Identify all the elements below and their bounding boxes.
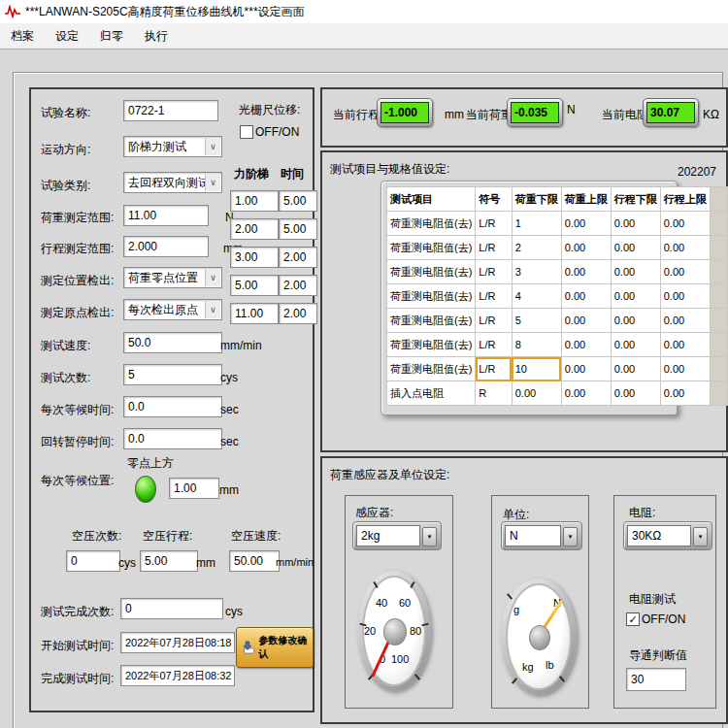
- table-cell[interactable]: R: [476, 381, 512, 406]
- table-cell[interactable]: L/R: [476, 284, 512, 309]
- chevron-down-icon[interactable]: [205, 174, 220, 191]
- table-cell[interactable]: 0.00: [611, 357, 660, 381]
- table-cell[interactable]: 0.00: [660, 309, 710, 333]
- resistance-select[interactable]: 30KΩ: [623, 521, 712, 550]
- table-cell[interactable]: 0.00: [611, 333, 660, 357]
- menu-file[interactable]: 档案: [0, 24, 45, 49]
- table-cell[interactable]: 荷重测电阻值(去): [387, 284, 476, 309]
- position-detect-select[interactable]: 荷重零点位置: [123, 267, 222, 288]
- menu-run[interactable]: 执行: [134, 24, 179, 49]
- done-count-input[interactable]: 0: [120, 598, 223, 619]
- test-count-unit: cys: [220, 371, 238, 384]
- table-cell[interactable]: 3: [512, 260, 561, 284]
- air-speed-input[interactable]: 50.00: [229, 550, 280, 572]
- motion-direction-select[interactable]: 阶梯力测试: [123, 136, 222, 157]
- table-cell[interactable]: 0.00: [611, 309, 660, 333]
- table-cell[interactable]: L/R: [476, 357, 512, 381]
- table-cell[interactable]: 4: [512, 284, 561, 309]
- table-cell[interactable]: L/R: [476, 260, 512, 284]
- table-cell[interactable]: 0.00: [660, 212, 710, 236]
- grating-checkbox[interactable]: [240, 125, 253, 139]
- current-stroke-label: 当前行程:: [333, 108, 382, 121]
- unit-select[interactable]: N: [501, 521, 582, 550]
- table-cell[interactable]: L/R: [476, 309, 512, 333]
- table-cell[interactable]: 0.00: [512, 381, 561, 406]
- test-name-input[interactable]: 0722-1: [123, 100, 218, 121]
- finish-time-input[interactable]: 2022年07月28日08:32: [120, 665, 235, 686]
- chevron-down-icon[interactable]: [693, 527, 708, 546]
- time-step-cell[interactable]: 2.00: [279, 247, 317, 268]
- col-header-symbol: 符号: [476, 187, 512, 212]
- table-cell[interactable]: 0.00: [561, 284, 611, 309]
- time-step-cell[interactable]: 5.00: [279, 190, 317, 212]
- table-cell[interactable]: L/R: [476, 236, 512, 260]
- confirm-params-button[interactable]: 参数修改确认: [236, 627, 314, 668]
- menu-settings[interactable]: 设定: [45, 24, 89, 49]
- table-row: 荷重测电阻值(去) L/R 8 0.00 0.00 0.00: [387, 333, 728, 357]
- menu-zero[interactable]: 归零: [89, 24, 134, 49]
- table-cell[interactable]: 0.00: [660, 284, 710, 309]
- chevron-down-icon[interactable]: [205, 138, 220, 155]
- resistance-test-checkbox[interactable]: [626, 612, 640, 626]
- table-cell[interactable]: 0.00: [660, 381, 710, 406]
- chevron-down-icon[interactable]: [422, 527, 437, 546]
- table-cell[interactable]: 0.00: [611, 260, 660, 284]
- chevron-down-icon[interactable]: [205, 269, 220, 286]
- sensor-select[interactable]: 2kg: [352, 521, 442, 550]
- start-time-input[interactable]: 2022年07月28日08:18: [120, 632, 235, 653]
- table-cell[interactable]: 荷重测电阻值(去): [387, 212, 476, 236]
- load-range-input[interactable]: 11.00: [123, 205, 209, 226]
- table-cell[interactable]: 荷重测电阻值(去): [387, 357, 476, 381]
- table-cell[interactable]: 0.00: [561, 236, 611, 260]
- table-cell[interactable]: 荷重测电阻值(去): [387, 260, 476, 284]
- table-cell[interactable]: L/R: [476, 333, 512, 357]
- chevron-down-icon[interactable]: [205, 301, 220, 318]
- wait-position-input[interactable]: 1.00: [169, 478, 219, 499]
- test-count-input[interactable]: 5: [123, 364, 222, 385]
- force-step-cell[interactable]: 2.00: [230, 218, 279, 240]
- wait-time-input[interactable]: 0.0: [123, 396, 222, 417]
- table-cell[interactable]: 0.00: [611, 284, 660, 309]
- table-cell[interactable]: 0.00: [561, 212, 611, 236]
- table-cell[interactable]: 0.00: [660, 333, 710, 357]
- table-cell[interactable]: 2: [512, 236, 561, 260]
- table-cell[interactable]: 8: [512, 333, 561, 357]
- table-cell[interactable]: 荷重测电阻值(去): [387, 236, 476, 260]
- table-cell[interactable]: L/R: [476, 212, 512, 236]
- table-cell[interactable]: 插入点电阻: [387, 381, 476, 406]
- time-step-cell[interactable]: 2.00: [279, 303, 317, 324]
- force-step-cell[interactable]: 1.00: [230, 190, 279, 212]
- force-step-cell[interactable]: 5.00: [230, 275, 279, 296]
- table-cell[interactable]: 10: [512, 357, 561, 381]
- air-count-input[interactable]: 0: [66, 550, 120, 572]
- table-cell[interactable]: 荷重测电阻值(去): [387, 309, 476, 333]
- menu-bar: 档案 设定 归零 执行: [0, 23, 728, 50]
- table-cell[interactable]: 0.00: [660, 260, 710, 284]
- table-cell[interactable]: 0.00: [561, 381, 611, 406]
- threshold-input[interactable]: 30: [626, 668, 686, 691]
- table-cell[interactable]: 5: [512, 309, 561, 333]
- table-cell[interactable]: 荷重测电阻值(去): [387, 333, 476, 357]
- table-cell[interactable]: 0.00: [561, 333, 611, 357]
- table-cell[interactable]: 0.00: [561, 357, 611, 381]
- test-speed-input[interactable]: 50.0: [123, 332, 222, 353]
- force-step-cell[interactable]: 3.00: [230, 247, 279, 268]
- table-cell[interactable]: 0.00: [660, 357, 710, 381]
- chevron-down-icon[interactable]: [563, 527, 578, 546]
- table-cell[interactable]: 0.00: [660, 236, 710, 260]
- table-cell[interactable]: 0.00: [611, 381, 660, 406]
- air-stroke-label: 空压行程:: [143, 529, 192, 543]
- table-cell[interactable]: 1: [512, 212, 561, 236]
- force-step-cell[interactable]: 11.00: [230, 303, 279, 324]
- pause-time-input[interactable]: 0.0: [123, 428, 222, 449]
- table-cell[interactable]: 0.00: [561, 260, 611, 284]
- table-cell[interactable]: 0.00: [611, 236, 660, 260]
- test-type-select[interactable]: 去回程双向测试: [123, 172, 222, 193]
- air-stroke-input[interactable]: 5.00: [140, 550, 198, 572]
- table-cell[interactable]: 0.00: [611, 212, 660, 236]
- origin-detect-select[interactable]: 每次检出原点: [123, 299, 222, 320]
- time-step-cell[interactable]: 2.00: [279, 275, 317, 296]
- table-cell[interactable]: 0.00: [561, 309, 611, 333]
- time-step-cell[interactable]: 5.00: [279, 218, 317, 240]
- stroke-range-input[interactable]: 2.000: [123, 236, 209, 257]
